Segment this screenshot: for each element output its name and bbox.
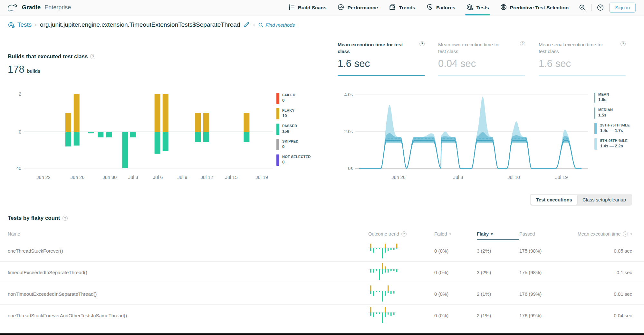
legend-item: PASSED168	[276, 124, 311, 135]
table-row[interactable]: oneThreadStuckForever()0 (0%)3 (2%)175 (…	[0, 240, 644, 262]
column-header-failed[interactable]: Failed▾	[434, 228, 477, 240]
passed-count: 175 (98%)	[519, 270, 568, 275]
legend-value: 1.4s — 1.7s	[600, 128, 630, 133]
legend-value: 0	[282, 98, 295, 103]
test-name[interactable]: nonTimeoutExceededInSeparateThread()	[8, 291, 368, 297]
metric-title: Mean execution time for test class	[338, 41, 404, 55]
nav-item-failures[interactable]: Failures	[421, 0, 461, 15]
metric-card-1[interactable]: Mean own execution time for test class?0…	[438, 41, 525, 76]
metric-card-2[interactable]: Mean serial execution time for test clas…	[539, 41, 626, 76]
mean-execution-time: 0.04 sec	[568, 313, 632, 318]
svg-text:Jun 26: Jun 26	[71, 175, 85, 180]
svg-text:0: 0	[19, 129, 21, 135]
nav-item-performance[interactable]: Performance	[332, 0, 383, 15]
nav-item-label: Tests	[476, 5, 489, 11]
legend-value: 10	[282, 113, 294, 118]
passed-count: 176 (99%)	[519, 313, 568, 318]
target-icon	[8, 21, 15, 28]
breadcrumb-class-name: org.junit.jupiter.engine.extension.Timeo…	[40, 21, 240, 28]
build-scans-icon	[288, 4, 295, 12]
test-name[interactable]: timeoutExceededInSeparateThread()	[8, 270, 368, 275]
legend-text: FAILED0	[282, 93, 295, 104]
sort-arrow-icon: ▾	[449, 232, 451, 236]
metric-value: 0.04 sec	[438, 58, 525, 70]
builds-help-icon[interactable]: ?	[90, 54, 95, 59]
legend-label: FAILED	[282, 93, 295, 97]
nav-item-label: Trends	[399, 5, 415, 11]
legend-label: FLAKY	[282, 108, 294, 112]
column-help-icon[interactable]: ?	[401, 231, 407, 237]
svg-text:Jun 26: Jun 26	[391, 175, 406, 180]
metric-help-icon[interactable]: ?	[520, 41, 525, 46]
svg-text:0s: 0s	[348, 166, 353, 171]
builds-title-label: Builds that executed test class	[8, 53, 88, 60]
metric-help-icon[interactable]: ?	[620, 41, 626, 46]
column-header-passed[interactable]: Passed	[519, 228, 568, 240]
sort-arrow-icon: ▾	[630, 232, 632, 236]
table-row[interactable]: timeoutExceededInSeparateThread()0 (0%)3…	[0, 262, 644, 283]
breadcrumb-root-label: Tests	[17, 21, 32, 28]
trends-icon	[389, 4, 396, 12]
legend-chip	[594, 123, 597, 134]
table-row[interactable]: nonTimeoutExceededInSeparateThread()0 (0…	[0, 283, 644, 305]
breadcrumb-separator-2: ›	[253, 22, 255, 28]
svg-text:4.0s: 4.0s	[344, 92, 353, 97]
search-icon[interactable]	[579, 4, 586, 11]
table-help-icon[interactable]: ?	[62, 216, 68, 221]
builds-chart-legend: FAILED0FLAKY10PASSED168SKIPPED0NOT SELEC…	[276, 93, 311, 166]
tab-test-executions[interactable]: Test executions	[531, 195, 577, 205]
column-help-icon[interactable]: ?	[623, 231, 628, 237]
legend-label: 25TH-75TH %ILE	[600, 123, 630, 127]
legend-chip	[276, 93, 279, 104]
column-header-label: Failed	[434, 231, 447, 237]
predictive-icon	[500, 4, 507, 12]
svg-text:Jul 19: Jul 19	[255, 175, 268, 180]
outcome-trend-sparkline	[368, 284, 434, 304]
nav-item-predictive-test-selection[interactable]: Predictive Test Selection	[495, 0, 574, 15]
tab-class-setup-cleanup[interactable]: Class setup/cleanup	[577, 195, 631, 205]
legend-chip	[276, 108, 279, 119]
builds-count-unit: builds	[27, 69, 40, 74]
breadcrumb-tests-link[interactable]: Tests	[8, 21, 32, 28]
nav-item-tests[interactable]: Tests	[461, 0, 494, 15]
legend-item: MEAN1.6s	[594, 92, 630, 103]
sign-in-button[interactable]: Sign in	[609, 3, 636, 13]
flaky-count: 2 (1%)	[477, 313, 519, 318]
column-header-outcome-trend[interactable]: Outcome trend?	[368, 228, 434, 240]
legend-item: 25TH-75TH %ILE1.4s — 1.7s	[594, 123, 630, 134]
breadcrumb: Tests › org.junit.jupiter.engine.extensi…	[0, 15, 644, 34]
test-name[interactable]: oneThreadStuckForever()	[8, 248, 368, 254]
legend-item: MEDIAN1.5s	[594, 107, 630, 119]
column-header-label: Passed	[519, 231, 535, 237]
legend-chip	[276, 139, 279, 150]
edit-icon[interactable]	[243, 22, 250, 28]
find-methods-link[interactable]: Find methods	[258, 22, 295, 28]
legend-text: 5TH-95TH %ILE1.4s — 2.2s	[600, 138, 628, 150]
legend-chip	[594, 92, 595, 103]
test-name[interactable]: oneThreadStuckForeverAndOtherTestsInSame…	[8, 313, 368, 318]
builds-bar-chart[interactable]: 2040Jun 22Jun 26Jun 30Jul 3Jul 6Jul 9Jul…	[5, 87, 277, 183]
help-icon[interactable]	[597, 4, 604, 11]
flaky-count: 3 (2%)	[477, 248, 519, 254]
metric-card-0[interactable]: Mean execution time for test class?1.6 s…	[338, 41, 425, 76]
metric-help-icon[interactable]: ?	[419, 41, 425, 46]
nav-right-cluster: Sign in	[579, 3, 636, 13]
svg-text:2: 2	[19, 91, 21, 97]
legend-text: MEDIAN1.5s	[598, 107, 613, 119]
nav-item-trends[interactable]: Trends	[383, 0, 421, 15]
column-header-flaky[interactable]: Flaky▾	[477, 228, 519, 240]
svg-text:Jun 30: Jun 30	[103, 175, 117, 180]
svg-text:2.0s: 2.0s	[344, 129, 353, 134]
column-header-mean-execution-time[interactable]: Mean execution time?▾	[568, 228, 632, 240]
metric-underline	[438, 75, 525, 76]
nav-item-build-scans[interactable]: Build Scans	[283, 0, 332, 15]
execution-time-chart[interactable]: 4.0s2.0s0sJun 26Jul 3Jul 10Jul 19	[332, 87, 594, 183]
column-header-label: Outcome trend	[368, 231, 399, 237]
legend-chip	[594, 107, 595, 119]
gradle-enterprise-logo[interactable]: GradleEnterprise	[7, 3, 71, 12]
legend-label: MEDIAN	[598, 107, 613, 112]
failed-count: 0 (0%)	[434, 313, 477, 318]
table-row[interactable]: oneThreadStuckForeverAndOtherTestsInSame…	[0, 305, 644, 326]
brand-suffix: Enterprise	[44, 4, 71, 11]
legend-text: 25TH-75TH %ILE1.4s — 1.7s	[600, 123, 630, 134]
